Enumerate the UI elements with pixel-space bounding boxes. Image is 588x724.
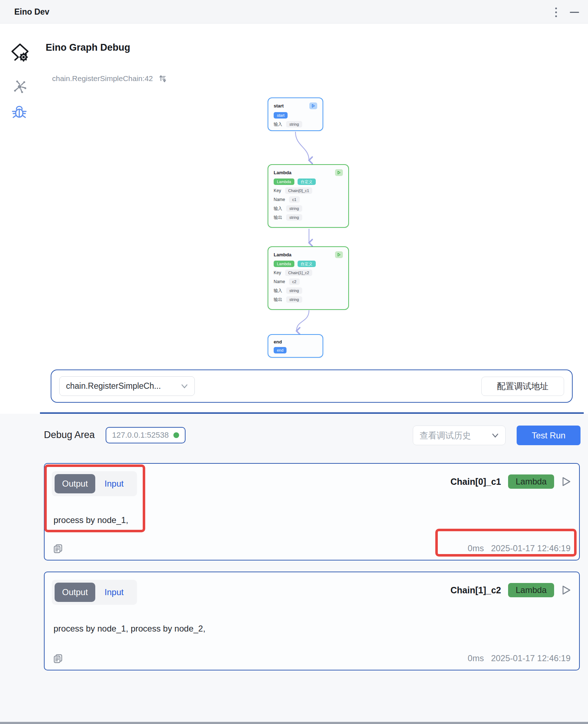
- node-row-value: string: [286, 296, 302, 303]
- node-row-label: Key: [274, 270, 281, 275]
- result-node-type-badge: Lambda: [508, 583, 554, 597]
- debug-bug-nav-icon[interactable]: [11, 105, 27, 121]
- result-duration: 0ms: [468, 653, 484, 663]
- debug-area-background: [0, 414, 588, 722]
- result-timestamp: 2025-01-17 12:46:19: [491, 543, 571, 553]
- eino-logo-icon: [10, 42, 30, 62]
- node-row-label: 输入: [274, 288, 282, 294]
- chevron-down-icon: [181, 384, 188, 389]
- chain-select[interactable]: chain.RegisterSimpleCh...: [59, 376, 195, 396]
- graph-node-start[interactable]: start start 输入 string: [268, 97, 323, 131]
- node-play-icon[interactable]: [309, 102, 317, 109]
- node-title: end: [274, 339, 282, 345]
- graph-node-lambda2[interactable]: Lambda Lambda 自定义 KeyChain[1]_c2 Namec2 …: [268, 246, 349, 310]
- node-row-label: Key: [274, 188, 281, 193]
- result-duration: 0ms: [468, 543, 484, 553]
- debug-history-placeholder: 查看调试历史: [420, 430, 471, 441]
- tab-output[interactable]: Output: [55, 583, 95, 602]
- node-row-value: Chain[1]_c2: [285, 270, 313, 276]
- chevron-down-icon: [492, 433, 499, 438]
- switch-orientation-icon[interactable]: [158, 74, 167, 83]
- node-row-value: c2: [289, 278, 300, 285]
- node-title: Lambda: [274, 252, 292, 257]
- result-card-chain0: Output Input Chain[0]_c1 Lambda process …: [44, 463, 580, 560]
- node-row-label: Name: [274, 197, 285, 202]
- window-minimize-icon[interactable]: [567, 5, 582, 19]
- tab-input[interactable]: Input: [105, 587, 123, 597]
- window-titlebar: [0, 0, 588, 24]
- node-row-value: string: [286, 205, 302, 212]
- graph-node-end[interactable]: end end: [268, 334, 323, 358]
- debug-address: 127.0.0.1:52538: [112, 431, 169, 440]
- test-run-button[interactable]: Test Run: [517, 426, 581, 445]
- node-row-label: Name: [274, 279, 285, 284]
- node-row-value: string: [286, 214, 302, 221]
- output-input-tabgroup: Output Input: [52, 580, 137, 605]
- result-play-icon[interactable]: [561, 476, 571, 487]
- node-type-pill: start: [274, 112, 288, 119]
- node-row-label: 输入: [274, 206, 282, 212]
- node-title: start: [274, 103, 284, 109]
- node-play-icon[interactable]: [335, 251, 343, 258]
- window-menu-kebab-icon[interactable]: [549, 5, 562, 19]
- node-row-label: 输出: [274, 297, 282, 303]
- output-input-tabgroup: Output Input: [52, 471, 137, 496]
- result-node-key: Chain[1]_c2: [451, 585, 501, 595]
- node-row-label: 输入: [274, 121, 282, 127]
- node-title: Lambda: [274, 170, 292, 175]
- debug-address-badge: 127.0.0.1:52538: [106, 427, 186, 443]
- graph-node-lambda1[interactable]: Lambda Lambda 自定义 KeyChain[0]_c1 Namec1 …: [268, 164, 349, 228]
- configure-debug-address-button[interactable]: 配置调试地址: [481, 377, 564, 396]
- window-bottom-edge: [0, 722, 588, 724]
- node-custom-pill: 自定义: [298, 261, 316, 267]
- node-row-value: c1: [289, 196, 300, 203]
- chain-select-value: chain.RegisterSimpleCh...: [66, 381, 161, 391]
- result-output-text: process by node_1, process by node_2,: [54, 624, 206, 634]
- graph-nodes-nav-icon[interactable]: [13, 80, 26, 94]
- breadcrumb: chain.RegisterSimpleChain:42: [52, 74, 153, 83]
- page-title: Eino Graph Debug: [46, 42, 130, 53]
- result-card-chain1: Output Input Chain[1]_c2 Lambda process …: [44, 572, 580, 670]
- chain-toolbar: chain.RegisterSimpleCh... 配置调试地址: [51, 369, 573, 403]
- result-node-key: Chain[0]_c1: [451, 477, 501, 487]
- app-title: Eino Dev: [14, 0, 49, 24]
- node-play-icon[interactable]: [335, 169, 343, 176]
- tab-output[interactable]: Output: [55, 474, 95, 493]
- result-timestamp: 2025-01-17 12:46:19: [491, 653, 571, 663]
- copy-icon[interactable]: [53, 653, 64, 664]
- result-node-type-badge: Lambda: [508, 474, 554, 489]
- result-output-text: process by node_1,: [54, 515, 128, 525]
- node-row-value: string: [286, 121, 302, 127]
- connection-status-dot: [173, 432, 179, 438]
- node-row-value: Chain[0]_c1: [285, 187, 313, 194]
- copy-icon[interactable]: [53, 543, 64, 554]
- node-custom-pill: 自定义: [298, 179, 316, 185]
- tab-input[interactable]: Input: [105, 479, 123, 489]
- node-type-pill: Lambda: [274, 179, 294, 185]
- debug-area-title: Debug Area: [44, 429, 95, 441]
- node-row-value: string: [286, 287, 302, 294]
- node-type-pill: end: [274, 347, 287, 353]
- result-play-icon[interactable]: [561, 585, 571, 595]
- node-type-pill: Lambda: [274, 261, 294, 267]
- debug-history-select[interactable]: 查看调试历史: [413, 426, 506, 445]
- node-row-label: 输出: [274, 215, 282, 221]
